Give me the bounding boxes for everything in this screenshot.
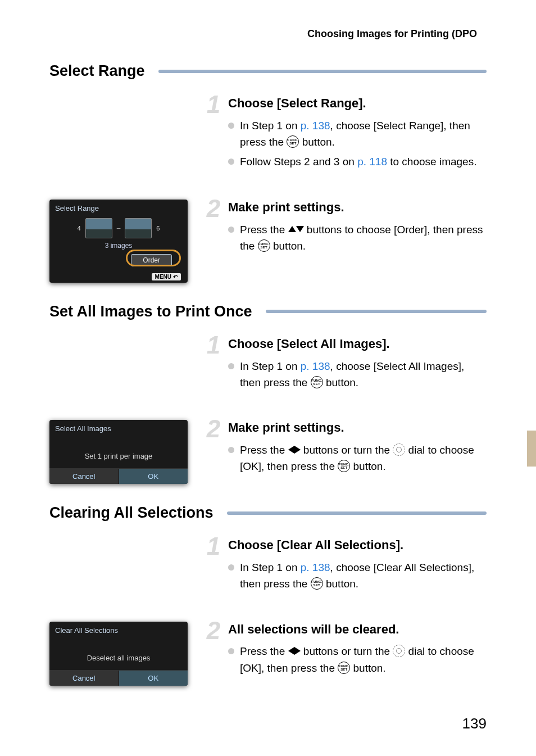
thumb-end: [125, 218, 152, 238]
sec2-step1-bullet: In Step 1 on p. 138, choose [Select All …: [240, 358, 487, 391]
step-number-1: 1: [203, 333, 224, 391]
sec2-title: Set All Images to Print Once: [49, 303, 252, 320]
dial-icon: [393, 645, 405, 657]
divider: [227, 511, 487, 515]
sec1-step2-heading: Make print settings.: [228, 200, 487, 216]
bullet-icon: [228, 123, 234, 129]
ok-button[interactable]: OK: [119, 671, 188, 686]
page-tab-marker: [478, 22, 489, 58]
bullet-icon: [228, 648, 234, 654]
page-number: 139: [462, 715, 487, 732]
dial-icon: [393, 443, 405, 456]
back-arrow-icon: ↶: [173, 274, 178, 280]
dash-icon: –: [117, 224, 121, 232]
screen-title: Clear All Selections: [55, 626, 182, 635]
ok-button[interactable]: OK: [119, 469, 188, 484]
order-button[interactable]: Order: [131, 254, 172, 266]
step-number-2: 2: [203, 196, 224, 254]
divider: [266, 310, 487, 313]
left-right-arrows-icon: [288, 647, 301, 655]
func-set-icon: FUNC.SET: [258, 239, 270, 252]
page-ref-link[interactable]: p. 118: [357, 156, 387, 168]
range-start-num: 4: [78, 225, 81, 232]
bullet-icon: [228, 227, 234, 233]
cancel-button[interactable]: Cancel: [49, 671, 119, 686]
sec1-title: Select Range: [49, 62, 145, 80]
running-header: Choosing Images for Printing (DPOF): [49, 28, 487, 40]
page-ref-link[interactable]: p. 138: [301, 120, 330, 132]
func-set-icon: FUNC.SET: [287, 135, 299, 148]
step-number-2: 2: [203, 417, 224, 474]
camera-screen-select-all: Select All Images Set 1 print per image …: [49, 420, 188, 484]
sec2-step2-heading: Make print settings.: [228, 420, 487, 436]
func-set-icon: FUNC.SET: [338, 662, 350, 674]
sec2-step2-bullet: Press the buttons or turn the dial to ch…: [240, 442, 487, 475]
func-set-icon: FUNC.SET: [311, 577, 323, 590]
range-end-num: 6: [156, 225, 160, 232]
func-set-icon: FUNC.SET: [338, 460, 350, 472]
sec3-step1-bullet: In Step 1 on p. 138, choose [Clear All S…: [240, 559, 487, 592]
thumb-start: [85, 218, 112, 238]
func-set-icon: FUNC.SET: [311, 376, 323, 388]
sec3-step2-bullet: Press the buttons or turn the dial to ch…: [240, 643, 487, 676]
sec1-step1-heading: Choose [Select Range].: [228, 96, 487, 112]
step-number-1: 1: [203, 92, 224, 170]
chapter-side-tab: [527, 431, 536, 467]
bullet-icon: [228, 363, 234, 369]
menu-back-tag[interactable]: MENU↶: [152, 273, 181, 280]
sec3-title: Clearing All Selections: [49, 504, 214, 522]
bullet-icon: [228, 159, 234, 165]
screen-title: Select All Images: [55, 424, 182, 433]
screen-title: Select Range: [55, 204, 182, 212]
page-ref-link[interactable]: p. 138: [301, 562, 330, 573]
divider: [158, 70, 487, 73]
dialog-message: Set 1 print per image: [49, 442, 188, 468]
sec1-step2-bullet: Press the buttons to choose [Order], the…: [240, 221, 487, 255]
step-number-2: 2: [203, 618, 224, 676]
sec3-step1-heading: Choose [Clear All Selections].: [228, 537, 487, 554]
sec1-step1-bullet2: Follow Steps 2 and 3 on p. 118 to choose…: [240, 153, 487, 170]
dialog-message: Deselect all images: [49, 644, 188, 670]
camera-screen-select-range: Select Range 4 – 6 3 images Order: [49, 200, 188, 283]
cancel-button[interactable]: Cancel: [49, 469, 119, 484]
sec1-step1-bullet1: In Step 1 on p. 138, choose [Select Rang…: [240, 117, 487, 151]
bullet-icon: [228, 564, 234, 571]
sec2-step1-heading: Choose [Select All Images].: [228, 336, 487, 352]
bullet-icon: [228, 447, 234, 453]
image-count: 3 images: [55, 242, 182, 250]
left-right-arrows-icon: [288, 446, 301, 454]
step-number-1: 1: [203, 534, 224, 592]
up-down-arrows-icon: [288, 226, 304, 232]
page-ref-link[interactable]: p. 138: [301, 360, 330, 372]
sec3-step2-heading: All selections will be cleared.: [228, 622, 487, 638]
camera-screen-clear-all: Clear All Selections Deselect all images…: [49, 622, 188, 686]
